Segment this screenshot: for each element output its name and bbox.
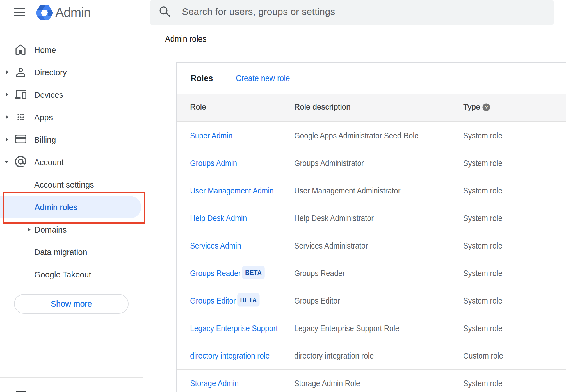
svg-text:?: ?	[485, 104, 488, 110]
